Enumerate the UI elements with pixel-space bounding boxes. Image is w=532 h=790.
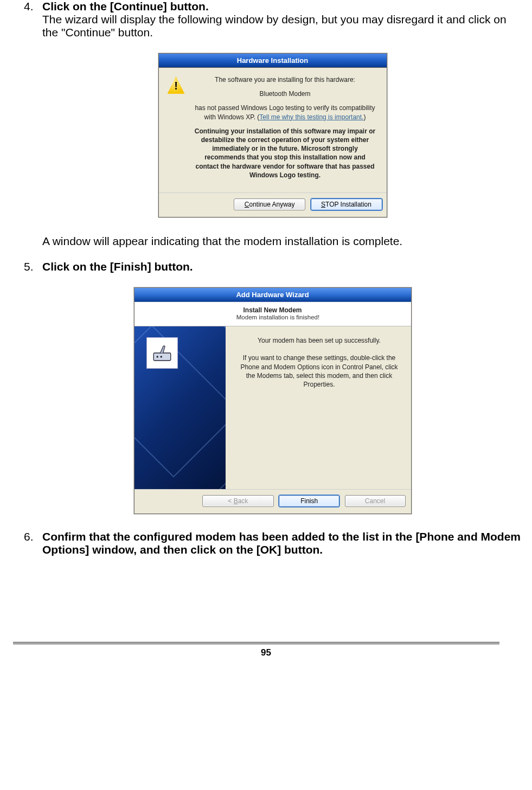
msg-line1: The software you are installing for this… <box>193 75 378 84</box>
msg-hardware: Bluetooth Modem <box>193 89 378 98</box>
warning-icon <box>168 76 185 94</box>
wizard-body: Your modem has been set up successfully.… <box>226 326 411 489</box>
dialog-button-row: Continue Anyway STOP Installation <box>159 192 387 217</box>
modem-icon <box>146 337 178 369</box>
cancel-button[interactable]: Cancel <box>345 495 406 507</box>
hardware-installation-dialog-figure: Hardware Installation The software you a… <box>24 53 521 217</box>
step-5: 5. Click on the [Finish] button. <box>24 260 521 273</box>
msg-logo-test: has not passed Windows Logo testing to v… <box>193 104 378 121</box>
step-number: 5. <box>24 260 42 273</box>
svg-point-1 <box>156 356 158 358</box>
svg-rect-0 <box>153 353 171 361</box>
hardware-installation-dialog: Hardware Installation The software you a… <box>158 53 387 217</box>
msg-warning-bold: Continuing your installation of this sof… <box>193 127 378 179</box>
step-number: 4. <box>24 0 42 39</box>
wizard-instructions: If you want to change these settings, do… <box>239 354 400 389</box>
footer-rule <box>13 642 499 643</box>
tell-me-why-link[interactable]: Tell me why this testing is important. <box>259 113 363 121</box>
add-hardware-wizard-dialog: Add Hardware Wizard Install New Modem Mo… <box>134 287 412 514</box>
wizard-subtitle: Modem installation is finished! <box>142 314 403 320</box>
wizard-title: Install New Modem <box>142 306 403 314</box>
finish-button[interactable]: Finish <box>279 495 339 507</box>
continue-anyway-button[interactable]: Continue Anyway <box>234 198 305 210</box>
dialog-titlebar: Hardware Installation <box>159 54 387 68</box>
dialog-message: The software you are installing for this… <box>193 75 378 185</box>
step-number: 6. <box>24 530 42 556</box>
dialog-titlebar: Add Hardware Wizard <box>134 288 411 302</box>
step-4-after: A window will appear indicating that the… <box>42 234 521 248</box>
svg-point-2 <box>160 356 162 358</box>
stop-installation-button[interactable]: STOP Installation <box>311 198 382 210</box>
wizard-header: Install New Modem Modem installation is … <box>134 302 411 326</box>
step-4: 4. Click on the [Continue] button. The w… <box>24 0 521 39</box>
wizard-success: Your modem has been set up successfully. <box>239 336 400 345</box>
step-4-body: The wizard will display the following wi… <box>42 13 507 38</box>
step-5-title: Click on the [Finish] button. <box>42 260 193 273</box>
back-button[interactable]: < Back <box>202 495 274 507</box>
add-hardware-wizard-figure: Add Hardware Wizard Install New Modem Mo… <box>24 287 521 514</box>
step-6-title: Confirm that the configured modem has be… <box>42 530 521 556</box>
page-number: 95 <box>0 647 532 658</box>
step-6: 6. Confirm that the configured modem has… <box>24 530 521 556</box>
step-4-title: Click on the [Continue] button. <box>42 0 209 12</box>
dialog-button-row: < Back Finish Cancel <box>134 489 411 513</box>
footer-rule <box>13 644 499 644</box>
wizard-sidebar <box>134 326 226 489</box>
